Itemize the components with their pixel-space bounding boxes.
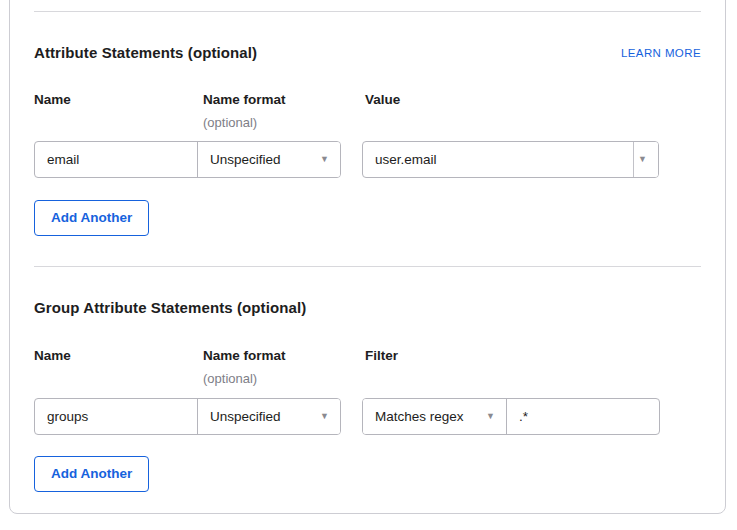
group-filter-group: Matches regex ▼	[362, 398, 660, 435]
column-label-name-format: Name format	[203, 348, 365, 364]
group-filter-type-select[interactable]: Matches regex ▼	[363, 399, 507, 434]
attribute-columns-row: Name Name format Value	[34, 92, 701, 108]
attr-name-input[interactable]	[35, 142, 197, 177]
attr-name-and-format-group: Unspecified ▼	[34, 141, 341, 178]
attribute-optional-row: (optional)	[34, 116, 701, 130]
attr-value-combo: ▼	[362, 141, 659, 178]
column-label-name-format: Name format	[203, 92, 365, 108]
attr-name-format-select[interactable]: Unspecified ▼	[197, 142, 340, 177]
group-name-format-value: Unspecified	[210, 409, 281, 424]
group-attribute-statement-row: Unspecified ▼ Matches regex ▼	[34, 398, 701, 435]
group-name-input[interactable]	[35, 399, 197, 434]
saml-settings-panel: Attribute Statements (optional) LEARN MO…	[9, 0, 726, 514]
chevron-down-icon: ▼	[320, 155, 329, 164]
attr-value-dropdown-button[interactable]: ▼	[633, 142, 658, 177]
attr-value-input[interactable]	[363, 142, 633, 177]
group-name-format-select[interactable]: Unspecified ▼	[197, 399, 340, 434]
group-filter-type-value: Matches regex	[375, 409, 464, 424]
attribute-statement-row: Unspecified ▼ ▼	[34, 141, 701, 178]
add-another-attribute-button[interactable]: Add Another	[34, 200, 149, 236]
group-attribute-optional-row: (optional)	[34, 372, 701, 386]
attr-name-format-value: Unspecified	[210, 152, 281, 167]
group-name-and-format-group: Unspecified ▼	[34, 398, 341, 435]
section-title-attribute-statements: Attribute Statements (optional)	[34, 43, 257, 63]
column-gap	[341, 141, 362, 178]
add-another-group-attribute-button[interactable]: Add Another	[34, 456, 149, 492]
section-title-group-attribute-statements: Group Attribute Statements (optional)	[34, 298, 306, 318]
chevron-down-icon: ▼	[320, 412, 329, 421]
section-divider	[34, 266, 701, 267]
group-attribute-columns-row: Name Name format Filter	[34, 348, 701, 364]
column-label-value: Value	[365, 92, 701, 108]
chevron-down-icon: ▼	[638, 155, 647, 164]
attribute-statements-header: Attribute Statements (optional) LEARN MO…	[34, 43, 701, 63]
column-label-name: Name	[34, 92, 203, 108]
group-filter-value-input[interactable]	[507, 399, 660, 434]
name-format-optional-note: (optional)	[203, 116, 365, 130]
column-gap	[341, 398, 362, 435]
chevron-down-icon: ▼	[486, 412, 495, 421]
column-label-name: Name	[34, 348, 203, 364]
learn-more-link[interactable]: LEARN MORE	[621, 46, 701, 60]
group-attribute-statements-header: Group Attribute Statements (optional)	[34, 298, 701, 318]
column-label-filter: Filter	[365, 348, 701, 364]
top-divider	[34, 11, 701, 12]
name-format-optional-note: (optional)	[203, 372, 365, 386]
